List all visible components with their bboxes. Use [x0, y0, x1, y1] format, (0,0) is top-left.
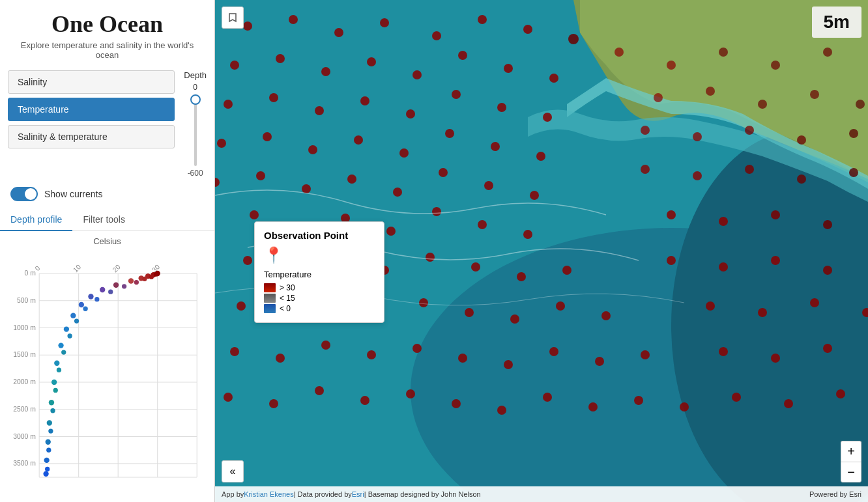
svg-point-130	[230, 347, 239, 356]
svg-point-61	[45, 467, 50, 471]
svg-point-86	[406, 109, 415, 119]
tab-filter-tools[interactable]: Filter tools	[72, 209, 136, 231]
chart-area: Celsius 0 10	[0, 231, 214, 502]
svg-point-178	[823, 266, 832, 275]
depth-thumb[interactable]	[190, 94, 201, 105]
chart-title: Celsius	[0, 236, 214, 246]
layer-buttons: Salinity Temperature Salinity & temperat…	[8, 70, 175, 148]
svg-point-179	[706, 301, 715, 311]
bookmark-icon	[227, 12, 238, 23]
svg-point-99	[256, 171, 265, 180]
svg-point-46	[149, 275, 154, 279]
svg-point-119	[517, 272, 526, 281]
app-title: One Ocean	[10, 10, 204, 38]
svg-point-177	[771, 256, 780, 265]
toggle-track	[10, 187, 38, 201]
svg-point-56	[57, 368, 61, 372]
svg-point-101	[347, 174, 356, 184]
layer-btn-salinity-temperature[interactable]: Salinity & temperature	[8, 125, 175, 148]
svg-point-125	[419, 298, 428, 307]
layers-depth-container: Salinity Temperature Salinity & temperat…	[0, 65, 214, 183]
tabs-container: Depth profile Filter tools	[0, 209, 214, 231]
svg-point-106	[250, 210, 259, 219]
tab-depth-profile[interactable]: Depth profile	[0, 209, 72, 231]
svg-point-118	[471, 262, 480, 272]
svg-point-152	[667, 61, 676, 70]
svg-point-82	[224, 100, 233, 109]
svg-point-74	[230, 61, 239, 70]
svg-point-146	[497, 406, 506, 415]
svg-point-160	[856, 100, 865, 109]
svg-point-76	[321, 67, 330, 76]
svg-point-150	[680, 402, 689, 411]
legend-row-mid: < 15	[264, 294, 375, 303]
svg-point-174	[823, 220, 832, 229]
legend-swatch-mid	[264, 294, 276, 303]
svg-point-147	[543, 393, 552, 402]
depth-current-value: 0	[193, 83, 197, 92]
obs-pin-icon: 📍	[264, 246, 375, 264]
svg-point-168	[745, 165, 754, 174]
svg-point-83	[269, 93, 278, 102]
svg-point-153	[719, 48, 728, 57]
footer-data-link[interactable]: Esri	[352, 490, 364, 498]
sidebar-header: One Ocean Explore temperature and salini…	[0, 0, 214, 65]
svg-point-163	[745, 126, 754, 135]
svg-point-93	[354, 135, 363, 145]
svg-point-45	[154, 272, 158, 276]
svg-point-113	[243, 256, 252, 265]
collapse-button[interactable]: «	[222, 460, 244, 482]
layer-btn-temperature[interactable]: Temperature	[8, 98, 175, 121]
svg-point-169	[797, 174, 806, 184]
svg-point-165	[849, 129, 858, 138]
svg-point-155	[823, 48, 832, 57]
svg-point-85	[360, 96, 369, 105]
svg-point-127	[510, 314, 519, 324]
svg-point-148	[588, 402, 598, 411]
svg-point-73	[568, 34, 579, 44]
svg-point-126	[465, 308, 474, 317]
footer-text-suffix: | Basemap designed by John Nelson	[364, 490, 481, 498]
obs-temperature-label: Temperature	[264, 270, 375, 279]
svg-point-100	[302, 184, 311, 193]
svg-point-103	[439, 168, 448, 177]
svg-point-184	[771, 354, 780, 363]
legend-label-mid: < 15	[280, 294, 295, 303]
svg-point-149	[634, 396, 643, 405]
bookmark-button[interactable]	[222, 7, 244, 29]
svg-point-36	[64, 326, 69, 331]
svg-point-112	[523, 230, 532, 239]
footer-author-link[interactable]: Kristian Ekenes	[244, 490, 293, 498]
depth-control: Depth 0 -600	[184, 70, 207, 178]
collapse-icon: «	[230, 466, 236, 477]
svg-point-55	[61, 350, 66, 354]
svg-point-154	[771, 61, 780, 70]
depth-badge: 5m	[812, 7, 861, 38]
zoom-out-button[interactable]: −	[841, 462, 861, 482]
depth-track[interactable]	[194, 94, 197, 166]
svg-point-120	[562, 266, 571, 275]
svg-point-171	[667, 210, 676, 219]
svg-point-87	[452, 90, 461, 99]
svg-point-39	[51, 380, 57, 385]
svg-point-81	[549, 74, 558, 83]
map-area[interactable]: 5m Observation Point 📍 Temperature > 30 …	[215, 0, 868, 502]
svg-point-30	[128, 278, 134, 283]
layer-btn-salinity[interactable]: Salinity	[8, 70, 175, 94]
zoom-in-button[interactable]: +	[841, 441, 861, 462]
currents-toggle[interactable]	[10, 187, 38, 201]
svg-point-53	[74, 318, 79, 323]
svg-text:1500 m: 1500 m	[13, 351, 36, 358]
svg-point-173	[771, 210, 780, 219]
svg-point-88	[497, 103, 506, 112]
zoom-controls: + −	[841, 441, 861, 482]
svg-point-89	[543, 113, 552, 122]
svg-point-145	[452, 399, 461, 408]
svg-point-143	[360, 396, 369, 405]
svg-point-105	[530, 191, 539, 200]
svg-point-167	[693, 171, 702, 180]
svg-point-38	[54, 361, 59, 366]
observation-popup: Observation Point 📍 Temperature > 30 < 1…	[254, 221, 384, 323]
svg-point-166	[641, 165, 650, 174]
svg-point-110	[432, 207, 441, 216]
